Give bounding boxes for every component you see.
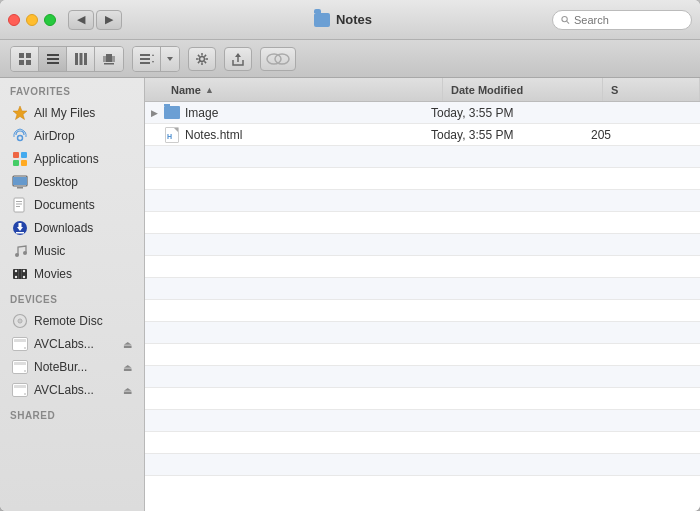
eject-button[interactable]: ⏏ — [123, 362, 132, 373]
eject-button[interactable]: ⏏ — [123, 385, 132, 396]
empty-row — [145, 388, 700, 410]
favorites-header: FAVORITES — [0, 78, 144, 101]
svg-point-66 — [24, 347, 26, 349]
empty-row — [145, 300, 700, 322]
sidebar-item-all-my-files[interactable]: All My Files — [4, 102, 140, 124]
close-button[interactable] — [8, 14, 20, 26]
empty-row — [145, 366, 700, 388]
all-my-files-icon — [12, 105, 28, 121]
sidebar-item-documents[interactable]: Documents — [4, 194, 140, 216]
svg-line-30 — [198, 61, 200, 63]
toolbar — [0, 40, 700, 78]
list-view-button[interactable] — [39, 47, 67, 71]
sidebar-item-airdrop[interactable]: AirDrop — [4, 125, 140, 147]
svg-point-55 — [15, 270, 17, 272]
action-button[interactable] — [188, 47, 216, 71]
svg-point-58 — [23, 276, 25, 278]
empty-row — [145, 256, 700, 278]
window-title: Notes — [336, 12, 372, 27]
svg-point-53 — [23, 251, 27, 255]
view-buttons — [10, 46, 124, 72]
svg-marker-32 — [235, 53, 241, 57]
svg-point-69 — [24, 370, 26, 372]
avclabs1-icon — [12, 336, 28, 352]
tags-button[interactable] — [260, 47, 296, 71]
size-column-header[interactable]: S — [603, 78, 700, 101]
svg-rect-5 — [26, 60, 31, 65]
eject-button[interactable]: ⏏ — [123, 339, 132, 350]
svg-marker-20 — [152, 61, 154, 63]
svg-line-1 — [567, 21, 569, 23]
file-date: Today, 3:55 PM — [423, 106, 583, 120]
svg-rect-12 — [106, 54, 112, 62]
remote-disc-icon — [12, 313, 28, 329]
svg-point-57 — [15, 276, 17, 278]
sidebar-item-label: AirDrop — [34, 129, 75, 143]
svg-rect-47 — [16, 206, 20, 207]
name-column-header[interactable]: Name ▲ — [163, 78, 443, 101]
expand-triangle[interactable]: ▶ — [145, 108, 163, 118]
svg-point-34 — [275, 54, 289, 64]
svg-rect-10 — [79, 53, 82, 65]
file-area: Name ▲ Date Modified S ▶ — [145, 78, 700, 511]
svg-rect-37 — [13, 152, 19, 158]
svg-rect-44 — [14, 198, 24, 212]
date-column-header[interactable]: Date Modified — [443, 78, 603, 101]
sidebar-item-applications[interactable]: Applications — [4, 148, 140, 170]
svg-rect-14 — [112, 56, 115, 62]
svg-rect-4 — [19, 60, 24, 65]
tags-icon — [266, 52, 290, 66]
sidebar-item-movies[interactable]: Movies — [4, 263, 140, 285]
svg-rect-60 — [21, 269, 22, 279]
sidebar-item-notebur[interactable]: NoteBur... ⏏ — [4, 356, 140, 378]
sidebar-item-label: Downloads — [34, 221, 93, 235]
file-size: 205 — [583, 128, 700, 142]
downloads-icon — [12, 220, 28, 236]
table-row[interactable]: H Notes.html Today, 3:55 PM 205 — [145, 124, 700, 146]
forward-button[interactable]: ▶ — [96, 10, 122, 30]
search-box[interactable] — [552, 10, 692, 30]
file-name-cell: Image — [163, 104, 423, 122]
search-input[interactable] — [574, 14, 683, 26]
column-view-button[interactable] — [67, 47, 95, 71]
title-folder-icon — [314, 13, 330, 27]
sidebar-item-downloads[interactable]: Downloads — [4, 217, 140, 239]
arrange-dropdown-button[interactable] — [161, 47, 179, 71]
svg-rect-45 — [16, 201, 22, 202]
svg-rect-40 — [21, 160, 27, 166]
file-name: Notes.html — [185, 128, 242, 142]
svg-rect-6 — [47, 54, 59, 56]
sidebar-item-desktop[interactable]: Desktop — [4, 171, 140, 193]
share-button[interactable] — [224, 47, 252, 71]
desktop-icon — [12, 174, 28, 190]
empty-row — [145, 344, 700, 366]
sidebar-item-remote-disc[interactable]: Remote Disc — [4, 310, 140, 332]
sidebar-item-avclabs2[interactable]: AVCLabs... ⏏ — [4, 379, 140, 401]
svg-marker-35 — [13, 106, 27, 120]
sidebar-item-avclabs1[interactable]: AVCLabs... ⏏ — [4, 333, 140, 355]
svg-rect-68 — [14, 362, 26, 365]
folder-icon — [163, 104, 181, 122]
coverflow-view-button[interactable] — [95, 47, 123, 71]
back-button[interactable]: ◀ — [68, 10, 94, 30]
maximize-button[interactable] — [44, 14, 56, 26]
svg-rect-8 — [47, 62, 59, 64]
sidebar-item-music[interactable]: Music — [4, 240, 140, 262]
svg-rect-46 — [16, 204, 22, 205]
minimize-button[interactable] — [26, 14, 38, 26]
empty-row — [145, 410, 700, 432]
remote-disc-label: Remote Disc — [34, 314, 132, 328]
svg-line-27 — [198, 54, 200, 56]
svg-rect-17 — [140, 58, 150, 60]
finder-window: ◀ ▶ Notes — [0, 0, 700, 511]
empty-row — [145, 454, 700, 476]
svg-rect-50 — [19, 223, 22, 228]
columns-icon — [74, 52, 88, 66]
icon-view-button[interactable] — [11, 47, 39, 71]
svg-marker-19 — [152, 54, 154, 56]
svg-rect-13 — [103, 56, 106, 62]
svg-point-0 — [562, 16, 567, 21]
column-headers: Name ▲ Date Modified S — [145, 78, 700, 102]
arrange-button[interactable] — [133, 47, 161, 71]
table-row[interactable]: ▶ Image Today, 3:55 PM — [145, 102, 700, 124]
